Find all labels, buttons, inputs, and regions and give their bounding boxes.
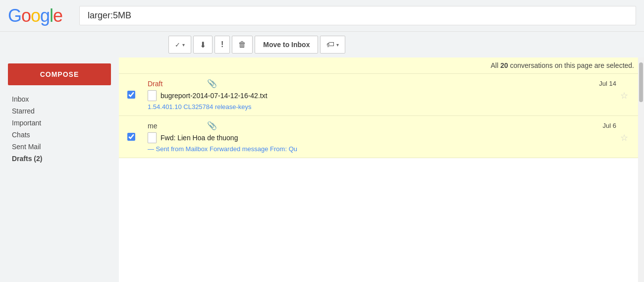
sidebar-item-drafts[interactable]: Drafts (2)	[0, 153, 111, 165]
email-top-2: me 📎 Jul 6	[148, 118, 640, 131]
date-2: Jul 6	[603, 122, 636, 129]
banner-text-before: All	[490, 61, 500, 69]
email-checkbox-2[interactable]	[127, 133, 135, 141]
logo-o2: o	[31, 5, 40, 26]
selection-banner: All 20 conversations on this page are se…	[119, 57, 644, 74]
archive-icon: ⬇	[200, 40, 206, 50]
logo-o1: o	[21, 5, 31, 26]
email-top-1: Draft 📎 Jul 14	[148, 76, 640, 89]
logo-l: l	[50, 5, 53, 26]
scrollbar-thumb	[639, 62, 643, 102]
spam-button[interactable]: !	[215, 36, 230, 54]
sidebar-item-important[interactable]: Important	[0, 117, 111, 129]
chevron-down-icon: ▾	[182, 42, 185, 48]
banner-text-after: conversations on this page are selected.	[508, 61, 635, 69]
checkmark-icon: ✓	[175, 41, 180, 49]
email-checkbox-1[interactable]	[127, 91, 135, 99]
subject-2[interactable]: Fwd: Lien Hoa de thuong	[161, 134, 238, 142]
email-row-content-1: Draft 📎 Jul 14 bugreport-2014-07-14-12-1…	[144, 74, 644, 115]
label-button[interactable]: 🏷 ▾	[320, 36, 345, 54]
sidebar-item-starred[interactable]: Starred	[0, 105, 111, 117]
table-row: Draft 📎 Jul 14 bugreport-2014-07-14-12-1…	[119, 74, 644, 116]
google-logo: Google	[8, 5, 67, 26]
spam-icon: !	[221, 40, 223, 49]
sidebar-item-inbox[interactable]: Inbox	[0, 93, 111, 105]
subject-1[interactable]: bugreport-2014-07-14-12-16-42.txt	[161, 92, 268, 100]
move-to-inbox-button[interactable]: Move to Inbox	[255, 36, 318, 54]
checkbox-col-1	[119, 74, 144, 115]
checkbox-col-2	[119, 116, 144, 158]
delete-button[interactable]: 🗑	[232, 36, 253, 54]
label-icon: 🏷	[326, 40, 334, 49]
sidebar-item-sent[interactable]: Sent Mail	[0, 141, 111, 153]
paper-icon-2	[148, 132, 157, 143]
select-button[interactable]: ✓ ▾	[168, 36, 191, 54]
logo-g2: g	[40, 5, 50, 26]
sidebar-item-chats[interactable]: Chats	[0, 129, 111, 141]
toolbar: ✓ ▾ ⬇ ! 🗑 Move to Inbox 🏷 ▾	[0, 32, 644, 57]
paper-icon-1	[148, 90, 157, 101]
email-content: All 20 conversations on this page are se…	[119, 57, 644, 282]
star-icon-1[interactable]: ☆	[620, 90, 628, 101]
header: Google	[0, 0, 644, 32]
email-subject-row-2: Fwd: Lien Hoa de thuong ☆	[148, 131, 640, 145]
date-1: Jul 14	[599, 80, 636, 87]
email-subject-row-1: bugreport-2014-07-14-12-16-42.txt ☆	[148, 89, 640, 103]
email-row-content-2: me 📎 Jul 6 Fwd: Lien Hoa de thuong ☆ — S…	[144, 116, 644, 158]
table-row: me 📎 Jul 6 Fwd: Lien Hoa de thuong ☆ — S…	[119, 116, 644, 158]
attachment-icon-1: 📎	[207, 79, 217, 88]
main-layout: COMPOSE Inbox Starred Important Chats Se…	[0, 57, 644, 282]
attachment-icon-2: 📎	[207, 121, 217, 130]
logo-g: G	[8, 5, 21, 26]
email-list: Draft 📎 Jul 14 bugreport-2014-07-14-12-1…	[119, 74, 644, 158]
compose-button[interactable]: COMPOSE	[8, 63, 111, 85]
banner-count: 20	[500, 61, 508, 69]
sender-2: me	[148, 122, 207, 130]
chevron-down-icon-label: ▾	[336, 42, 339, 48]
archive-button[interactable]: ⬇	[193, 36, 213, 54]
trash-icon: 🗑	[238, 40, 246, 49]
sidebar: COMPOSE Inbox Starred Important Chats Se…	[0, 57, 119, 282]
search-input[interactable]	[79, 6, 636, 25]
star-icon-2[interactable]: ☆	[620, 132, 628, 143]
sender-1: Draft	[148, 80, 207, 88]
logo-e: e	[53, 5, 62, 26]
nav-list: Inbox Starred Important Chats Sent Mail …	[0, 93, 119, 165]
snippet-1: 1.54.401.10 CL325784 release-keys	[148, 103, 484, 113]
snippet-2: — Sent from Mailbox Forwarded message Fr…	[148, 145, 484, 156]
scrollbar[interactable]	[638, 57, 644, 282]
